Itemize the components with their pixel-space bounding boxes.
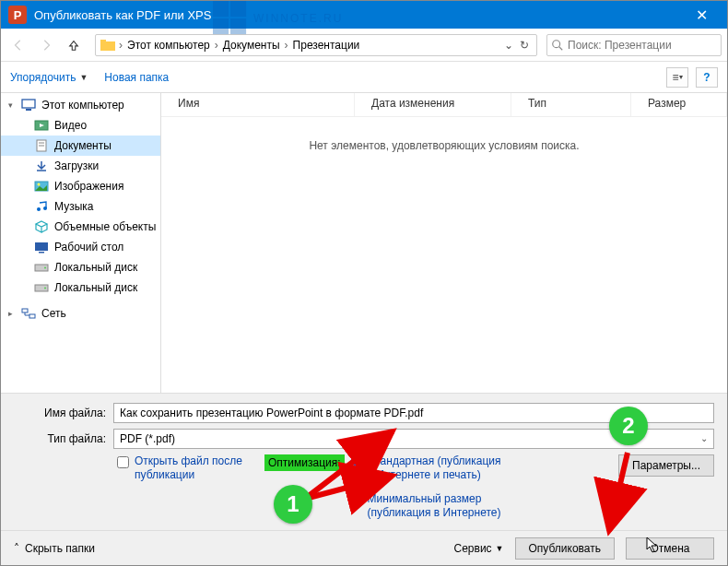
filename-label: Имя файла: bbox=[14, 407, 113, 419]
doc-icon bbox=[34, 138, 49, 153]
forward-button[interactable] bbox=[34, 33, 58, 57]
params-button[interactable]: Параметры... bbox=[618, 454, 714, 477]
search-icon bbox=[551, 39, 564, 52]
toolbar: Упорядочить▼ Новая папка ≡▾ ? bbox=[1, 62, 727, 93]
publish-button[interactable]: Опубликовать bbox=[515, 537, 615, 560]
folder-icon bbox=[100, 37, 116, 53]
tree-item[interactable]: Объемные объекты bbox=[1, 217, 160, 237]
pc-icon bbox=[21, 98, 36, 112]
svg-rect-16 bbox=[35, 242, 48, 251]
filetype-label: Тип файла: bbox=[14, 432, 113, 445]
svg-point-13 bbox=[38, 183, 41, 186]
caret-down-icon: ⌄ bbox=[700, 433, 708, 443]
tree-item[interactable]: Рабочий стол bbox=[1, 237, 160, 257]
close-button[interactable]: ✕ bbox=[683, 6, 720, 24]
breadcrumb-item[interactable]: Этот компьютер bbox=[125, 37, 212, 53]
search-box[interactable] bbox=[546, 34, 722, 56]
breadcrumb-item[interactable]: Документы bbox=[221, 37, 282, 53]
tree-label: Сеть bbox=[41, 307, 66, 320]
filename-input[interactable] bbox=[113, 403, 714, 423]
new-folder-label: Новая папка bbox=[104, 71, 169, 84]
search-input[interactable] bbox=[568, 39, 717, 52]
caret-down-icon: ▼ bbox=[79, 73, 88, 82]
open-after-input[interactable] bbox=[117, 456, 129, 468]
col-type[interactable]: Тип bbox=[511, 93, 631, 116]
svg-point-19 bbox=[44, 267, 46, 269]
svg-point-15 bbox=[43, 206, 47, 210]
svg-line-3 bbox=[559, 46, 563, 50]
col-name[interactable]: Имя bbox=[161, 93, 355, 116]
svg-point-2 bbox=[553, 40, 560, 47]
radio-standard-label: Стандартная (публикация в Интернете и пе… bbox=[368, 454, 506, 483]
up-button[interactable] bbox=[62, 33, 86, 57]
organize-menu[interactable]: Упорядочить▼ bbox=[10, 71, 88, 84]
tree-item[interactable]: Локальный диск bbox=[1, 277, 160, 298]
svg-rect-5 bbox=[26, 109, 31, 111]
tree-item-label: Локальный диск bbox=[54, 261, 137, 274]
tree-item-label: Музыка bbox=[54, 200, 93, 213]
tree-item-label: Рабочий стол bbox=[54, 241, 123, 254]
chevron-up-icon: ˄ bbox=[14, 542, 19, 555]
hide-folders-button[interactable]: ˄ Скрыть папки bbox=[14, 542, 95, 555]
view-options-button[interactable]: ≡▾ bbox=[666, 67, 688, 88]
refresh-dropdown[interactable]: ⌄ ↻ bbox=[500, 39, 533, 52]
hide-folders-label: Скрыть папки bbox=[25, 542, 95, 555]
svg-rect-23 bbox=[29, 314, 35, 318]
radio-minimal[interactable]: Минимальный размер (публикация в Интерне… bbox=[350, 492, 506, 521]
tree-item[interactable]: Загрузки bbox=[1, 156, 160, 176]
file-area: Имя Дата изменения Тип Размер Нет элемен… bbox=[161, 93, 727, 393]
svg-rect-17 bbox=[39, 252, 44, 254]
cancel-button[interactable]: Отмена bbox=[626, 537, 714, 560]
col-size[interactable]: Размер bbox=[631, 93, 727, 116]
radio-minimal-label: Минимальный размер (публикация в Интерне… bbox=[368, 492, 506, 521]
tree-item[interactable]: Музыка bbox=[1, 196, 160, 217]
tree-network[interactable]: ▸ Сеть bbox=[1, 303, 160, 324]
open-after-checkbox[interactable]: Открыть файл после публикации bbox=[117, 454, 264, 483]
drive-icon bbox=[34, 260, 49, 275]
caret-down-icon: ▼ bbox=[496, 544, 504, 553]
open-after-label: Открыть файл после публикации bbox=[135, 454, 264, 483]
explorer-body: ▾ Этот компьютер ВидеоДокументыЗагрузкиИ… bbox=[1, 93, 727, 394]
tree-label: Этот компьютер bbox=[41, 99, 124, 112]
music-icon bbox=[34, 199, 49, 214]
svg-rect-4 bbox=[22, 100, 35, 108]
tree-item-label: Видео bbox=[54, 119, 87, 132]
empty-message: Нет элементов, удовлетворяющих условиям … bbox=[161, 117, 727, 174]
back-button[interactable] bbox=[6, 33, 30, 57]
network-icon bbox=[21, 306, 36, 321]
service-menu[interactable]: Сервис ▼ bbox=[454, 542, 504, 555]
video-icon bbox=[34, 118, 49, 133]
chevron-right-icon: › bbox=[284, 39, 289, 52]
tree-item[interactable]: Изображения bbox=[1, 176, 160, 196]
tree-item[interactable]: Видео bbox=[1, 115, 160, 136]
radio-standard[interactable]: Стандартная (публикация в Интернете и пе… bbox=[350, 454, 506, 483]
tree-item[interactable]: Документы bbox=[1, 136, 160, 156]
tree-sidebar: ▾ Этот компьютер ВидеоДокументыЗагрузкиИ… bbox=[1, 93, 161, 393]
down-icon bbox=[34, 159, 49, 173]
navbar: › Этот компьютер › Документы › Презентац… bbox=[1, 29, 727, 62]
new-folder-button[interactable]: Новая папка bbox=[104, 71, 169, 84]
app-icon: P bbox=[8, 6, 27, 24]
cube-icon bbox=[34, 219, 49, 234]
drive-icon bbox=[34, 280, 49, 295]
footer: ˄ Скрыть папки Сервис ▼ Опубликовать Отм… bbox=[1, 530, 727, 565]
tree-item-label: Локальный диск bbox=[54, 281, 137, 294]
radio-standard-input[interactable] bbox=[350, 456, 362, 468]
tree-item-label: Загрузки bbox=[54, 159, 99, 172]
img-icon bbox=[34, 179, 49, 194]
col-date[interactable]: Дата изменения bbox=[355, 93, 511, 116]
service-label: Сервис bbox=[454, 542, 492, 555]
filetype-select[interactable]: PDF (*.pdf) ⌄ bbox=[113, 429, 714, 449]
help-button[interactable]: ? bbox=[696, 67, 718, 88]
tree-item[interactable]: Локальный диск bbox=[1, 257, 160, 277]
breadcrumb-item[interactable]: Презентации bbox=[291, 37, 362, 53]
tree-item-label: Объемные объекты bbox=[54, 220, 156, 233]
address-bar[interactable]: › Этот компьютер › Документы › Презентац… bbox=[95, 34, 537, 56]
radio-minimal-input[interactable] bbox=[350, 494, 362, 506]
column-headers: Имя Дата изменения Тип Размер bbox=[161, 93, 727, 117]
tree-item-label: Изображения bbox=[54, 180, 123, 193]
save-pane: Имя файла: Тип файла: PDF (*.pdf) ⌄ Откр… bbox=[1, 394, 727, 530]
tree-this-pc[interactable]: ▾ Этот компьютер bbox=[1, 95, 160, 115]
optimize-label: Оптимизация: bbox=[264, 454, 345, 471]
chevron-right-icon: › bbox=[118, 39, 123, 52]
